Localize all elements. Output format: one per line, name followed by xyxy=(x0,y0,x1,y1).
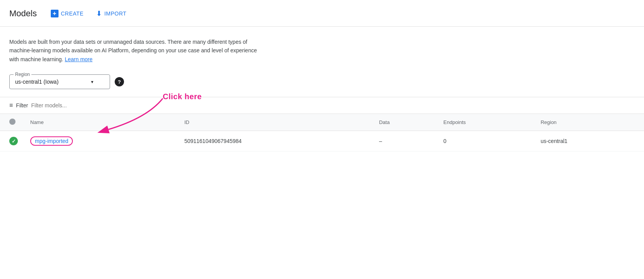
row-endpoints-cell: 0 xyxy=(437,131,534,152)
create-button[interactable]: + CREATE xyxy=(46,7,88,21)
filter-bar: ≡ Filter xyxy=(0,97,644,114)
page-header: Models + CREATE ⬇ IMPORT xyxy=(0,0,644,27)
row-id-cell: 5091161049067945984 xyxy=(178,131,373,152)
region-value: us-central1 (Iowa) xyxy=(15,79,59,85)
filter-input[interactable] xyxy=(31,102,635,108)
import-button[interactable]: ⬇ IMPORT xyxy=(91,6,131,21)
description-text: Models are built from your data sets or … xyxy=(9,39,257,62)
table-row: ✓ mpg-imported 5091161049067945984 – 0 u… xyxy=(0,131,644,152)
row-region-cell: us-central1 xyxy=(534,131,644,152)
filter-label: Filter xyxy=(16,102,28,108)
data-col-header: Data xyxy=(373,114,437,131)
region-col-header: Region xyxy=(534,114,644,131)
import-label: IMPORT xyxy=(104,10,126,17)
table-section: Click here Name ID Data Endpoints Region xyxy=(0,114,644,152)
endpoints-col-header: Endpoints xyxy=(437,114,534,131)
region-section: Region us-central1 (Iowa) ▼ ? xyxy=(0,71,644,97)
table-header: Name ID Data Endpoints Region xyxy=(0,114,644,131)
name-col-header: Name xyxy=(24,114,178,131)
model-name-circled[interactable]: mpg-imported xyxy=(30,136,73,146)
create-label: CREATE xyxy=(61,10,84,17)
header-row: Name ID Data Endpoints Region xyxy=(0,114,644,131)
learn-more-link[interactable]: Learn more xyxy=(65,56,93,62)
table-body: ✓ mpg-imported 5091161049067945984 – 0 u… xyxy=(0,131,644,152)
filter-icon: ≡ xyxy=(9,102,13,109)
chevron-down-icon: ▼ xyxy=(90,80,94,84)
row-name-cell: mpg-imported xyxy=(24,131,178,152)
status-header-icon xyxy=(9,119,15,125)
import-icon: ⬇ xyxy=(96,9,102,18)
page-title: Models xyxy=(9,9,37,19)
status-col-header xyxy=(0,114,24,131)
help-icon[interactable]: ? xyxy=(115,77,124,86)
id-col-header: ID xyxy=(178,114,373,131)
region-select[interactable]: Region us-central1 (Iowa) ▼ xyxy=(9,74,110,89)
model-name-link[interactable]: mpg-imported xyxy=(30,138,73,144)
row-data-cell: – xyxy=(373,131,437,152)
models-table: Name ID Data Endpoints Region ✓ mpg-impo… xyxy=(0,114,644,152)
region-label: Region xyxy=(14,72,31,77)
status-check-icon: ✓ xyxy=(9,137,18,145)
row-status-cell: ✓ xyxy=(0,131,24,152)
description-section: Models are built from your data sets or … xyxy=(0,27,271,71)
create-plus-icon: + xyxy=(51,10,59,17)
region-select-wrapper: Region us-central1 (Iowa) ▼ ? xyxy=(9,74,635,89)
